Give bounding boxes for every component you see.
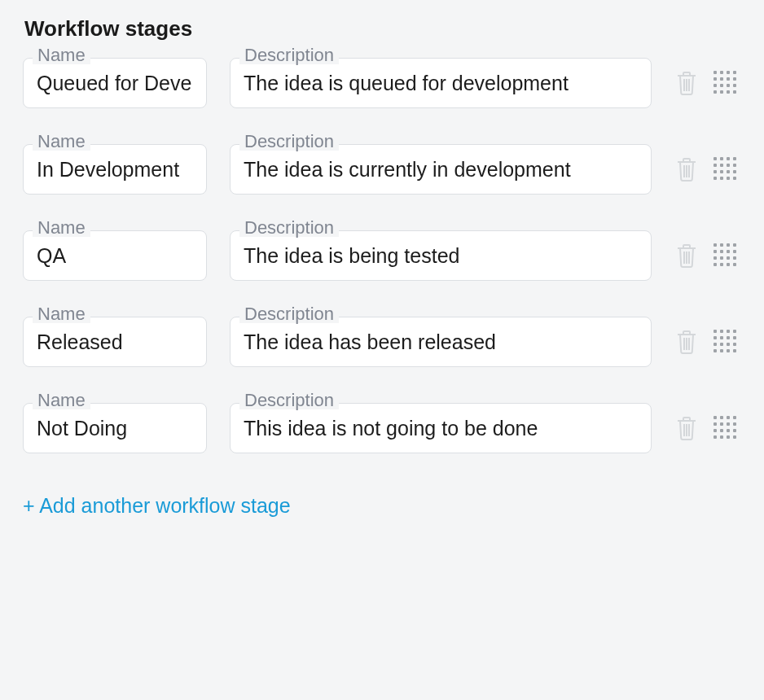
description-label: Description <box>239 305 339 323</box>
name-input[interactable] <box>23 230 207 281</box>
row-actions <box>674 242 741 269</box>
workflow-stages-section: Workflow stages Name Description <box>0 0 764 526</box>
name-input[interactable] <box>23 403 207 453</box>
stage-row: Name Description <box>23 58 741 108</box>
description-input[interactable] <box>230 144 652 195</box>
description-input[interactable] <box>230 403 652 453</box>
description-field: Description <box>230 317 652 367</box>
name-field: Name <box>23 58 207 108</box>
stage-row: Name Description <box>23 144 741 195</box>
row-actions <box>674 328 741 356</box>
drag-handle-icon[interactable] <box>714 243 738 268</box>
name-input[interactable] <box>23 58 207 108</box>
description-input[interactable] <box>230 317 652 367</box>
row-actions <box>674 69 741 97</box>
description-input[interactable] <box>230 230 652 281</box>
description-field: Description <box>230 230 652 281</box>
trash-icon[interactable] <box>674 155 699 183</box>
description-field: Description <box>230 403 652 453</box>
description-field: Description <box>230 58 652 108</box>
description-field: Description <box>230 144 652 195</box>
description-label: Description <box>239 133 339 151</box>
section-title: Workflow stages <box>24 16 741 42</box>
drag-handle-icon[interactable] <box>714 71 738 95</box>
stage-row: Name Description <box>23 230 741 281</box>
trash-icon[interactable] <box>674 328 699 356</box>
description-label: Description <box>239 392 339 409</box>
name-field: Name <box>23 403 207 453</box>
drag-handle-icon[interactable] <box>714 416 738 440</box>
description-label: Description <box>239 219 339 237</box>
name-field: Name <box>23 317 207 367</box>
name-input[interactable] <box>23 317 207 367</box>
trash-icon[interactable] <box>674 414 699 442</box>
add-stage-link[interactable]: + Add another workflow stage <box>23 494 291 518</box>
name-label: Name <box>33 133 90 151</box>
row-actions <box>674 414 741 442</box>
name-field: Name <box>23 230 207 281</box>
name-label: Name <box>33 219 90 237</box>
drag-handle-icon[interactable] <box>714 330 738 354</box>
trash-icon[interactable] <box>674 242 699 269</box>
stage-row: Name Description <box>23 317 741 367</box>
name-input[interactable] <box>23 144 207 195</box>
drag-handle-icon[interactable] <box>714 157 738 182</box>
description-input[interactable] <box>230 58 652 108</box>
name-label: Name <box>33 46 90 64</box>
name-label: Name <box>33 305 90 323</box>
row-actions <box>674 155 741 183</box>
name-label: Name <box>33 392 90 409</box>
description-label: Description <box>239 46 339 64</box>
trash-icon[interactable] <box>674 69 699 97</box>
stage-row: Name Description <box>23 403 741 453</box>
name-field: Name <box>23 144 207 195</box>
